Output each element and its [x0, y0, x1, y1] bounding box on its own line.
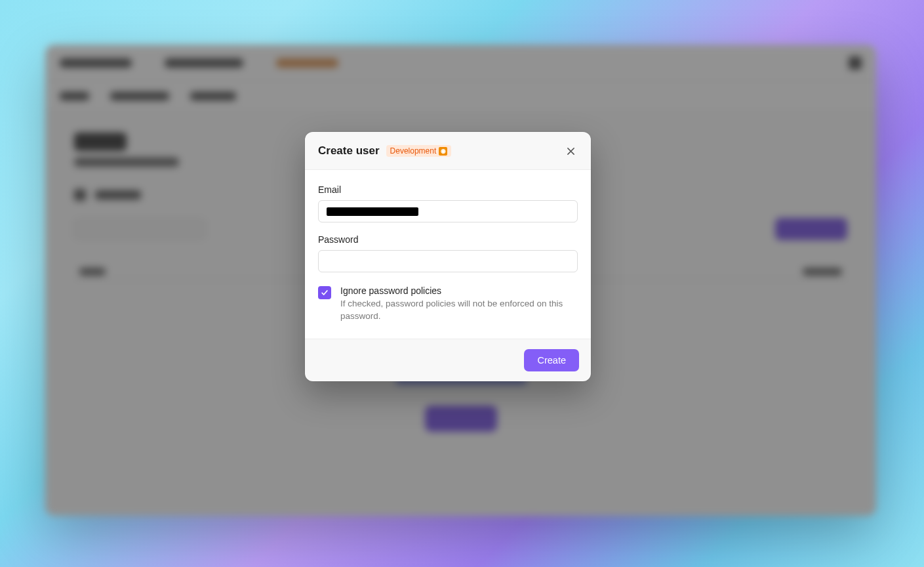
close-icon: [567, 147, 575, 156]
ignore-policies-checkbox[interactable]: [318, 286, 331, 299]
modal-footer: Create: [305, 339, 591, 381]
modal-header: Create user Development ◉: [305, 132, 591, 169]
email-label: Email: [318, 184, 578, 195]
password-field-group: Password: [318, 234, 578, 272]
create-button[interactable]: Create: [524, 349, 579, 371]
password-input[interactable]: [318, 250, 578, 272]
environment-badge: Development ◉: [386, 145, 452, 157]
ignore-policies-text: Ignore password policies If checked, pas…: [340, 285, 578, 323]
create-user-modal: Create user Development ◉ Email Password…: [305, 132, 591, 381]
modal-title: Create user: [318, 144, 380, 158]
ignore-policies-row: Ignore password policies If checked, pas…: [318, 285, 578, 323]
modal-body: Email Password Ignore password policies …: [305, 169, 591, 339]
ignore-policies-description: If checked, password policies will not b…: [340, 298, 578, 323]
ignore-policies-title: Ignore password policies: [340, 285, 578, 296]
email-value-redacted: [327, 207, 418, 216]
check-icon: [321, 289, 329, 297]
email-input[interactable]: [318, 200, 578, 222]
email-field-group: Email: [318, 184, 578, 222]
password-label: Password: [318, 234, 578, 245]
user-icon: ◉: [439, 147, 447, 156]
close-button[interactable]: [563, 144, 578, 158]
environment-badge-label: Development: [390, 146, 437, 156]
